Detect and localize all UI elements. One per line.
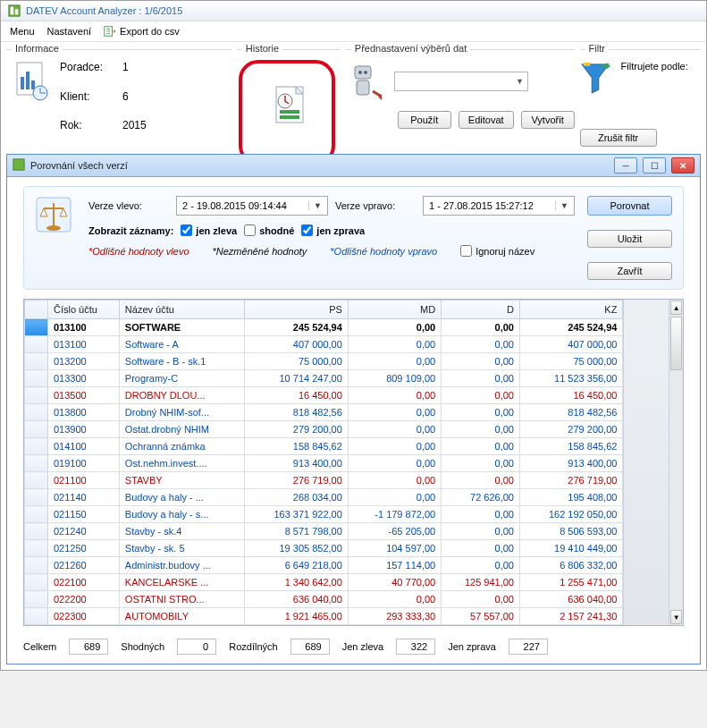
vytvorit-button[interactable]: Vytvořit (521, 111, 575, 129)
cell-kz: 407 000,00 (519, 336, 622, 353)
cell-nazev: Software - A (119, 336, 245, 353)
row-header[interactable] (25, 523, 48, 540)
cell-md: 0,00 (348, 336, 441, 353)
panel-historie: Historie (237, 49, 341, 147)
cell-ps: 407 000,00 (245, 336, 348, 353)
chevron-down-icon: ▼ (308, 201, 322, 210)
row-header[interactable] (25, 455, 48, 472)
menu-menu[interactable]: Menu (10, 26, 35, 37)
table-row[interactable]: 022200OSTATNI STRO...636 040,000,000,006… (25, 591, 623, 608)
scroll-down-icon[interactable]: ▼ (670, 610, 682, 624)
cell-kz: 245 524,94 (519, 319, 622, 336)
col-d[interactable]: D (442, 301, 520, 319)
row-header[interactable] (25, 540, 48, 557)
col-kz[interactable]: KZ (519, 301, 622, 319)
zavrit-button[interactable]: Zavřít (587, 262, 672, 280)
verze-vpravo-select[interactable]: 1 - 27.08.2015 15:27:12 ▼ (423, 196, 575, 216)
row-header[interactable] (25, 353, 48, 370)
row-header[interactable] (25, 438, 48, 455)
cell-md: 157 114,00 (348, 557, 441, 574)
menu-export[interactable]: Export do csv (104, 25, 180, 38)
row-header[interactable] (25, 506, 48, 523)
rok-value: 2015 (122, 119, 158, 147)
zrusit-filtr-button[interactable]: Zrušit filtr (580, 129, 657, 147)
editovat-button[interactable]: Editovat (459, 111, 514, 129)
table-row[interactable]: 013900Ostat.drobný NHIM279 200,000,000,0… (25, 421, 623, 438)
svg-rect-18 (13, 159, 24, 170)
row-header[interactable] (25, 387, 48, 404)
table-row[interactable]: 013500DROBNY DLOU...16 450,000,000,0016 … (25, 387, 623, 404)
row-header[interactable] (25, 489, 48, 506)
col-ps[interactable]: PS (245, 301, 348, 319)
table-row[interactable]: 022100KANCELARSKE ...1 340 642,0040 770,… (25, 574, 623, 591)
row-header[interactable] (25, 421, 48, 438)
grid-header-row: Číslo účtu Název účtu PS MD D KZ (25, 301, 623, 319)
row-header[interactable] (25, 608, 48, 625)
poradce-label: Poradce: (60, 61, 122, 89)
verze-vlevo-select[interactable]: 2 - 19.08.2015 09:14:44 ▼ (176, 196, 328, 216)
cell-cislo: 022300 (48, 608, 120, 625)
table-row[interactable]: 021250Stavby - sk. 519 305 852,00104 597… (25, 540, 623, 557)
shodne-checkbox[interactable]: shodné (244, 224, 294, 236)
svg-rect-7 (31, 80, 35, 89)
row-header[interactable] (25, 319, 48, 336)
jen-zprava-checkbox[interactable]: jen zprava (301, 224, 365, 236)
jen-zleva-checkbox[interactable]: jen zleva (181, 224, 237, 236)
cell-cislo: 021250 (48, 540, 120, 557)
close-button[interactable]: ✕ (671, 157, 694, 174)
svg-rect-11 (280, 115, 299, 119)
cell-kz: 8 506 593,00 (519, 523, 622, 540)
history-icon[interactable] (271, 83, 307, 124)
col-md[interactable]: MD (348, 301, 441, 319)
table-row[interactable]: 021100STAVBY276 719,000,000,00276 719,00 (25, 472, 623, 489)
maximize-button[interactable]: ☐ (643, 157, 666, 174)
table-row[interactable]: 013100Software - A407 000,000,000,00407 … (25, 336, 623, 353)
table-row[interactable]: 021150Budovy a haly - s...163 371 922,00… (25, 506, 623, 523)
row-header[interactable] (25, 574, 48, 591)
table-row[interactable]: 021260Administr.budovy ...6 649 218,0015… (25, 557, 623, 574)
scroll-up-icon[interactable]: ▲ (670, 301, 682, 315)
cell-ps: 158 845,62 (245, 438, 348, 455)
col-nazev[interactable]: Název účtu (119, 301, 245, 319)
minimize-button[interactable]: ─ (614, 157, 637, 174)
porovnat-button[interactable]: Porovnat (587, 196, 672, 216)
row-header[interactable] (25, 557, 48, 574)
cell-cislo: 019100 (48, 455, 120, 472)
cell-d: 0,00 (442, 557, 520, 574)
table-row[interactable]: 021240Stavby - sk.48 571 798,00-65 205,0… (25, 523, 623, 540)
table-row[interactable]: 019100Ost.nehm.invest....913 400,000,000… (25, 455, 623, 472)
pouzit-button[interactable]: Použít (398, 111, 451, 129)
col-cislo[interactable]: Číslo účtu (48, 301, 120, 319)
row-header[interactable] (25, 591, 48, 608)
cell-kz: 16 450,00 (519, 387, 622, 404)
cell-nazev: KANCELARSKE ... (119, 574, 245, 591)
row-header[interactable] (25, 404, 48, 421)
panel-informace-title: Informace (12, 43, 63, 54)
scroll-thumb[interactable] (670, 317, 682, 370)
table-row[interactable]: 022300AUTOMOBILY1 921 465,00293 333,3057… (25, 608, 623, 625)
compare-title: Porovnání všech verzí (30, 160, 128, 171)
row-header[interactable] (25, 370, 48, 387)
table-row[interactable]: 021140Budovy a haly - ...268 034,000,007… (25, 489, 623, 506)
chevron-down-icon: ▼ (555, 201, 568, 210)
legend-right: *Odlišné hodnoty vpravo (330, 246, 437, 257)
cell-ps: 1 921 465,00 (245, 608, 348, 625)
table-row[interactable]: 013800Drobný NHIM-sof...818 482,560,000,… (25, 404, 623, 421)
cell-cislo: 013100 (48, 319, 120, 336)
ignoruj-nazev-checkbox[interactable]: Ignoruj název (460, 245, 534, 257)
table-row[interactable]: 014100Ochranná známka158 845,620,000,001… (25, 438, 623, 455)
menu-settings[interactable]: Nastavení (47, 26, 92, 37)
table-row[interactable]: 013300Programy-C10 714 247,00809 109,000… (25, 370, 623, 387)
cell-cislo: 013200 (48, 353, 120, 370)
table-row[interactable]: 013200Software - B - sk.175 000,000,000,… (25, 353, 623, 370)
jen-zleva-label: Jen zleva (342, 641, 383, 652)
cell-md: 0,00 (348, 455, 441, 472)
cell-nazev: DROBNY DLOU... (119, 387, 245, 404)
preset-combo[interactable]: ▼ (394, 72, 528, 91)
cell-kz: 913 400,00 (519, 455, 622, 472)
vertical-scrollbar[interactable]: ▲ ▼ (669, 300, 683, 625)
ulozit-button[interactable]: Uložit (587, 230, 672, 248)
row-header[interactable] (25, 336, 48, 353)
row-header[interactable] (25, 472, 48, 489)
table-row[interactable]: 013100SOFTWARE245 524,940,000,00245 524,… (25, 319, 623, 336)
